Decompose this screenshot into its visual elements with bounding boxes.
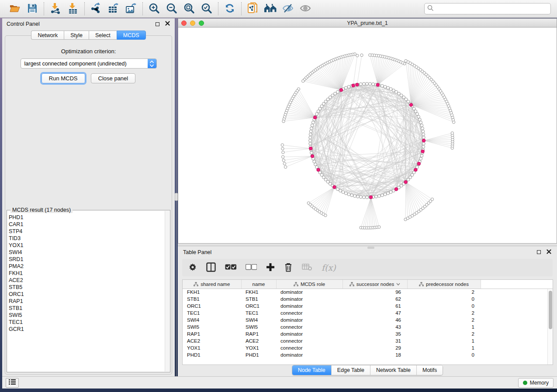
mcds-result-item[interactable]: SRD1 (9, 256, 165, 263)
tab-edge-table[interactable]: Edge Table (332, 365, 370, 375)
zoom-selected-button[interactable] (200, 2, 213, 15)
mcds-hub-node[interactable] (422, 139, 426, 142)
run-mcds-button[interactable]: Run MCDS (42, 73, 85, 83)
network-canvas[interactable] (178, 28, 557, 244)
table-row[interactable]: PHD1PHD1dominator180 (183, 351, 553, 358)
vertical-splitter[interactable] (175, 18, 178, 376)
memory-button[interactable]: Memory (518, 378, 554, 388)
mcds-result-item[interactable]: SWI4 (9, 249, 165, 256)
mcds-hub-node[interactable] (421, 150, 425, 153)
tab-style[interactable]: Style (64, 31, 89, 40)
zoom-out-button[interactable] (165, 2, 178, 15)
table-row[interactable]: STB1STB1dominator620 (183, 296, 553, 303)
column-header-name[interactable]: name (241, 280, 276, 289)
tab-select[interactable]: Select (89, 31, 117, 40)
tab-motifs[interactable]: Motifs (417, 365, 443, 375)
mcds-hub-node[interactable] (311, 155, 314, 158)
mcds-hub-node[interactable] (369, 196, 373, 199)
refresh-button[interactable] (223, 2, 236, 15)
tab-network-table[interactable]: Network Table (370, 365, 417, 375)
delete-column-button[interactable] (284, 262, 293, 273)
settings-gear-button[interactable] (188, 263, 197, 273)
mcds-hub-node[interactable] (352, 84, 355, 87)
function-builder-button[interactable]: f(x) (322, 263, 336, 272)
hide-details-button[interactable] (281, 2, 294, 15)
select-all-columns-button[interactable] (225, 264, 236, 272)
zoom-fit-button[interactable] (183, 2, 196, 15)
tab-mcds[interactable]: MCDS (117, 31, 146, 40)
mcds-hub-node[interactable] (409, 103, 413, 107)
close-table-panel-button[interactable] (546, 249, 552, 255)
optimization-criterion-dropdown[interactable]: largest connected component (undirected) (21, 58, 157, 69)
tab-network[interactable]: Network (31, 31, 64, 40)
table-scrollbar-thumb[interactable] (549, 291, 552, 329)
mcds-hub-node[interactable] (309, 147, 313, 150)
float-panel-button[interactable] (154, 21, 160, 27)
import-table-button[interactable] (66, 2, 80, 15)
mcds-hub-node[interactable] (417, 162, 421, 165)
mcds-result-item[interactable]: TEC1 (9, 319, 165, 326)
mcds-hub-node[interactable] (317, 168, 320, 172)
deselect-all-columns-button[interactable] (246, 264, 257, 272)
network-window-titlebar[interactable]: YPA_prune.txt_1 (178, 18, 557, 28)
mcds-hub-node[interactable] (339, 88, 343, 92)
add-column-button[interactable] (266, 263, 275, 273)
mcds-result-item[interactable]: PMA2 (9, 263, 165, 270)
column-header-successor-nodes[interactable]: successor nodes (343, 280, 407, 289)
open-folder-button[interactable] (8, 2, 21, 15)
column-layout-button[interactable] (206, 262, 216, 273)
mcds-result-item[interactable]: STP4 (9, 228, 165, 235)
export-network-button[interactable] (90, 2, 103, 15)
neighbors-button[interactable] (264, 2, 277, 15)
float-table-panel-button[interactable] (536, 249, 542, 255)
mcds-hub-node[interactable] (404, 180, 408, 184)
export-table-button[interactable] (107, 2, 120, 15)
table-row[interactable]: ACE2ACE2connector311 (183, 337, 553, 344)
mcds-hub-node[interactable] (333, 186, 336, 189)
table-row[interactable]: RAP1RAP1dominator352 (183, 330, 553, 337)
mcds-hub-node[interactable] (356, 83, 359, 86)
export-image-button[interactable] (125, 2, 138, 15)
mcds-result-item[interactable]: ACE2 (9, 277, 165, 284)
splitter-grip[interactable] (175, 193, 178, 201)
import-network-button[interactable] (49, 2, 62, 15)
table-row[interactable]: SWI5SWI5connector431 (183, 323, 553, 330)
mcds-hub-node[interactable] (414, 168, 418, 172)
mcds-result-item[interactable]: STB1 (9, 305, 165, 312)
mcds-result-item[interactable]: CAR1 (9, 221, 165, 228)
table-row[interactable]: FKH1FKH1dominator962 (183, 289, 553, 296)
tab-node-table[interactable]: Node Table (292, 365, 332, 375)
table-row[interactable]: YOX1YOX1connector291 (183, 344, 553, 351)
table-scrollbar[interactable] (547, 289, 553, 364)
mcds-result-item[interactable]: SWI5 (9, 312, 165, 319)
mcds-result-item[interactable]: YOX1 (9, 242, 165, 249)
table-row[interactable]: TEC1TEC1connector472 (183, 309, 553, 316)
mcds-result-item[interactable]: TID3 (9, 235, 165, 242)
mcds-hub-node[interactable] (394, 188, 398, 191)
mcds-result-item[interactable]: ORC1 (9, 291, 165, 298)
table-row[interactable]: ORC1ORC1dominator610 (183, 303, 553, 309)
show-details-button[interactable] (299, 2, 312, 15)
mcds-result-item[interactable]: GCR1 (9, 326, 165, 333)
mcds-hub-node[interactable] (313, 116, 317, 119)
search-box[interactable] (424, 3, 551, 14)
share-document-button[interactable] (246, 2, 259, 15)
task-history-button[interactable] (6, 378, 19, 388)
delete-table-button[interactable] (302, 263, 312, 272)
column-header-shared-name[interactable]: shared name (183, 280, 241, 289)
zoom-in-button[interactable] (148, 2, 161, 15)
mcds-result-item[interactable]: RAP1 (9, 298, 165, 305)
mcds-result-item[interactable]: FKH1 (9, 270, 165, 277)
mcds-result-item[interactable]: PHD1 (9, 214, 165, 221)
mcds-hub-node[interactable] (376, 83, 380, 87)
search-input[interactable] (436, 6, 548, 12)
close-panel-button-mcds[interactable]: Close panel (91, 73, 136, 83)
close-panel-button[interactable] (164, 21, 170, 27)
column-header-predecessor-nodes[interactable]: predecessor nodes (407, 280, 481, 289)
mcds-result-item[interactable]: STB5 (9, 284, 165, 291)
save-session-button[interactable] (26, 2, 39, 15)
column-header-MCDS-role[interactable]: MCDS role (276, 280, 343, 289)
mcds-result-list[interactable]: PHD1CAR1STP4TID3YOX1SWI4SRD1PMA2FKH1ACE2… (9, 214, 165, 371)
table-panel-grip[interactable] (367, 247, 374, 249)
table-row[interactable]: SWI4SWI4dominator462 (183, 316, 553, 323)
